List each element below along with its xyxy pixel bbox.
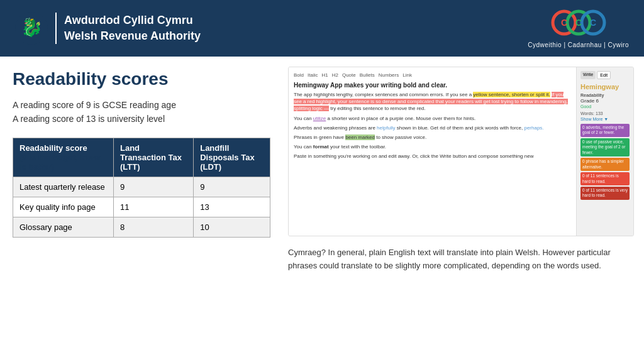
row-ltt: 9: [114, 177, 194, 197]
table-row: Glossary page 8 10: [13, 217, 270, 237]
hemingway-sidebar: Write Edit Hemingway Readability Grade 6…: [577, 67, 633, 236]
dragon-logo: 🐉: [15, 12, 48, 45]
table-row: Latest quarterly release 9 9: [13, 177, 270, 197]
svg-text:C: C: [561, 18, 567, 28]
hw-badge-simpler: 0 phrase has a simpler alternative.: [580, 158, 630, 171]
page-header: 🐉 Awdurdod Cyllid Cymru Welsh Revenue Au…: [0, 0, 644, 57]
col3-header: Landfill Disposals Tax (LDT): [194, 138, 270, 177]
row-ldt: 13: [194, 197, 270, 217]
col1-header: Readability score (9 is the target, lowe…: [13, 138, 114, 177]
svg-text:C: C: [590, 18, 596, 28]
subtitle-text: A reading score of 9 is GCSE reading age…: [13, 98, 270, 126]
col2-header: Land Transaction Tax (LTT): [114, 138, 194, 177]
row-ltt: 11: [114, 197, 194, 217]
hemingway-app-title: Hemingway App makes your writing bold an…: [294, 82, 571, 89]
hw-badge-passive: 0 use of passive voice, meeting the goal…: [580, 138, 630, 156]
row-label: Key quality info page: [13, 197, 114, 217]
hw-badge-very-hard: 0 of 11 sentences is very hard to read.: [580, 187, 630, 200]
welsh-translation-text: Cymraeg? In general, plain English text …: [288, 243, 634, 277]
table-row: Key quality info page 11 13: [13, 197, 270, 217]
ccc-subtitle: Cydweithio | Cadarnhau | Cywiro: [528, 41, 629, 48]
org-name: Awdurdod Cyllid Cymru Welsh Revenue Auth…: [55, 13, 201, 44]
hemingway-body-text: The app highlights lengthy, complex sent…: [294, 91, 571, 160]
target-note: (9 is the target, lower is better): [19, 153, 101, 172]
hemingway-mockup: BoldItalicH1H2 QuoteBulletsNumbersLink H…: [288, 67, 634, 236]
hw-badge-adverbs: 0 adverbs, meeting the goal of 2 or fewe…: [580, 124, 630, 137]
hemingway-toolbar: BoldItalicH1H2 QuoteBulletsNumbersLink: [294, 72, 571, 78]
hw-tabs: Write Edit: [580, 71, 630, 79]
hw-readability-label: Readability: [580, 93, 630, 97]
hw-show-more[interactable]: Show More ▼: [580, 117, 630, 121]
row-ldt: 9: [194, 177, 270, 197]
hw-words: Words: 133: [580, 111, 630, 116]
left-panel: Readability scores A reading score of 9 …: [0, 57, 283, 362]
hw-status: Good: [580, 104, 630, 109]
right-panel: BoldItalicH1H2 QuoteBulletsNumbersLink H…: [283, 57, 644, 362]
row-label: Glossary page: [13, 217, 114, 237]
write-tab[interactable]: Write: [580, 71, 596, 79]
readability-table: Readability score (9 is the target, lowe…: [13, 138, 270, 238]
hw-grade: Grade 6: [580, 98, 630, 104]
page-title: Readability scores: [13, 69, 270, 89]
edit-tab[interactable]: Edit: [597, 71, 611, 79]
row-ldt: 10: [194, 217, 270, 237]
hw-badge-hard: 0 of 11 sentences is hard to read.: [580, 172, 630, 185]
main-content: Readability scores A reading score of 9 …: [0, 57, 644, 362]
hw-brand: Hemingway: [580, 83, 630, 90]
svg-text:🐉: 🐉: [21, 17, 43, 38]
ccc-logo: C C C Cydweithio | Cadarnhau | Cywiro: [528, 9, 629, 48]
row-label: Latest quarterly release: [13, 177, 114, 197]
svg-text:C: C: [575, 18, 582, 28]
org-logo-area: 🐉 Awdurdod Cyllid Cymru Welsh Revenue Au…: [15, 12, 201, 45]
row-ltt: 8: [114, 217, 194, 237]
hemingway-editor: BoldItalicH1H2 QuoteBulletsNumbersLink H…: [289, 67, 577, 236]
